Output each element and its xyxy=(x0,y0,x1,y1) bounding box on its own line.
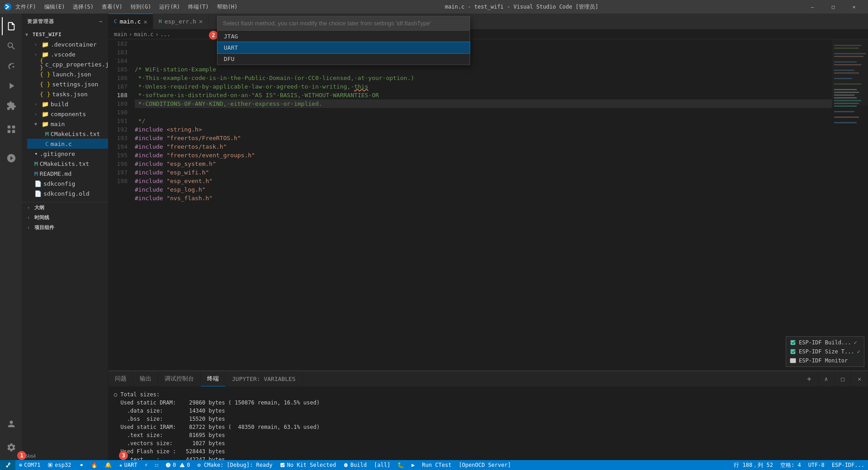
menu-goto[interactable]: 转到(G) xyxy=(127,2,155,12)
panel-tab-debug-console[interactable]: 调试控制台 xyxy=(158,371,201,386)
status-build[interactable]: Build xyxy=(340,460,370,470)
tree-item-build[interactable]: › 📁 build xyxy=(27,99,108,109)
activity-search[interactable] xyxy=(2,37,20,55)
item-label: README.md xyxy=(40,170,71,177)
activity-run[interactable] xyxy=(2,77,20,95)
file-tree: ▼ TEST_WIFI › 📁 .devcontainer › 📁 .vscod… xyxy=(22,29,108,460)
tree-item-devcontainer[interactable]: › 📁 .devcontainer xyxy=(27,39,108,49)
activity-account[interactable] xyxy=(2,415,20,433)
status-uart[interactable]: ★ UART xyxy=(115,462,141,468)
status-encoding[interactable]: UTF-8 xyxy=(805,460,828,470)
status-settings-icon[interactable] xyxy=(75,460,87,470)
menu-edit[interactable]: 编辑(E) xyxy=(41,2,69,12)
status-errors[interactable]: 0 0 xyxy=(162,460,193,470)
tree-item-gitignore[interactable]: • .gitignore xyxy=(27,149,108,159)
tree-item-readme[interactable]: M README.md xyxy=(27,169,108,179)
file-icon: 📄 xyxy=(34,190,42,197)
panel-chevron-up[interactable]: ∧ xyxy=(818,371,835,386)
sidebar-section-components[interactable]: › 项目组件 xyxy=(22,222,108,232)
flash-option-jtag[interactable]: JTAG xyxy=(217,31,470,42)
status-lightning[interactable]: ⚡ xyxy=(141,460,151,470)
status-flame[interactable]: 🔥 xyxy=(87,460,101,470)
status-port[interactable]: ⊕ COM71 xyxy=(15,462,44,468)
no-kit-label: No Kit Selected xyxy=(287,462,336,468)
status-all[interactable]: [all] xyxy=(370,460,394,470)
maximize-button[interactable]: □ xyxy=(823,0,844,14)
panel-maximize[interactable]: □ xyxy=(835,371,851,386)
status-openocd[interactable]: [OpenOCD Server] xyxy=(455,460,515,470)
menu-help[interactable]: 帮助(H) xyxy=(213,2,241,12)
tree-item-launch[interactable]: { } launch.json xyxy=(27,69,108,79)
status-esp-idf[interactable]: ESP-IDF... xyxy=(828,460,868,470)
sidebar-new-file[interactable]: ⋯ xyxy=(99,19,103,24)
tab-file-icon: C xyxy=(114,19,117,24)
tab-mainc[interactable]: C main.c ✕ xyxy=(108,14,153,29)
menu-select[interactable]: 选择(S) xyxy=(69,2,97,12)
tree-item-settings[interactable]: { } settings.json xyxy=(27,79,108,89)
tree-item-components[interactable]: › 📁 components xyxy=(27,109,108,119)
flash-method-input[interactable] xyxy=(217,16,470,31)
tree-item-main[interactable]: ▼ 📁 main xyxy=(27,119,108,129)
status-line-col[interactable]: 行 188，列 52 xyxy=(730,460,777,470)
star-icon: ★ xyxy=(119,462,122,468)
tree-item-cmakelists-main[interactable]: M CMakeLists.txt xyxy=(27,129,108,139)
activity-remote[interactable] xyxy=(2,149,20,167)
tree-item-cpp-props[interactable]: { } c_cpp_properties.json xyxy=(27,59,108,69)
item-label: main.c xyxy=(51,141,72,147)
status-debug-btn[interactable]: 🐛 xyxy=(394,460,408,470)
status-remote-icon[interactable] xyxy=(0,460,15,470)
activity-explorer[interactable] xyxy=(2,17,20,35)
flash-option-dfu[interactable]: DFU xyxy=(217,53,470,65)
activity-source-control[interactable] xyxy=(2,57,20,75)
terminal-content[interactable]: ○ Total sizes: Used static DRAM: 29860 b… xyxy=(108,387,868,460)
status-bell[interactable]: 🔔 xyxy=(101,460,115,470)
window-title: main.c - test_wifi - Visual Studio Code … xyxy=(241,3,802,11)
status-chip[interactable]: esp32 xyxy=(44,460,75,470)
panel-close-button[interactable]: ✕ xyxy=(851,371,868,386)
panel-tab-problems[interactable]: 问题 xyxy=(108,371,133,386)
breadcrumb-main[interactable]: main xyxy=(114,31,127,38)
svg-rect-26 xyxy=(832,39,868,106)
tab-close-mainc[interactable]: ✕ xyxy=(144,18,147,25)
annotation-1: 1 xyxy=(17,451,26,460)
status-cmake[interactable]: ⚙ CMake: [Debug]: Ready xyxy=(194,460,276,470)
sidebar-section-timeline[interactable]: › 时间线 xyxy=(22,212,108,222)
tree-item-sdkconfig-old[interactable]: 📄 sdkconfig.old xyxy=(27,188,108,198)
code-editor[interactable]: /* WiFi·station·Example *·This·example·c… xyxy=(131,39,868,371)
project-root[interactable]: ▼ TEST_WIFI xyxy=(22,29,108,39)
close-button[interactable]: ✕ xyxy=(844,0,864,14)
menu-run[interactable]: 运行(R) xyxy=(156,2,184,12)
panel-add-button[interactable]: + xyxy=(801,371,818,386)
panel-tab-output[interactable]: 输出 xyxy=(133,371,158,386)
breadcrumb-mainc[interactable]: main.c xyxy=(134,31,153,38)
breadcrumb-dots[interactable]: ... xyxy=(160,31,170,38)
status-play-btn[interactable]: ▶ xyxy=(408,460,418,470)
menu-file[interactable]: 文件(F) xyxy=(12,2,40,12)
panel-tab-jupyter[interactable]: JUPYTER: VARIABLES xyxy=(226,371,302,386)
activity-extensions[interactable] xyxy=(2,97,20,115)
esp-monitor-action[interactable]: ESP-IDF Monitor xyxy=(788,357,862,365)
tree-item-cmake-root[interactable]: M CMakeLists.txt xyxy=(27,159,108,169)
tree-item-tasks[interactable]: { } tasks.json xyxy=(27,89,108,99)
tree-item-mainc[interactable]: C main.c xyxy=(27,139,108,149)
status-no-kit[interactable]: No Kit Selected xyxy=(276,460,340,470)
panel-tab-terminal[interactable]: 终端 xyxy=(201,371,226,386)
esp-size-action[interactable]: ESP-IDF Size T... ✓ xyxy=(788,348,862,356)
terminal-line: Used static IRAM: 82722 bytes ( 48350 re… xyxy=(114,423,863,431)
esp-action-label: ESP-IDF Monitor xyxy=(799,357,848,364)
menu-view[interactable]: 查看(V) xyxy=(98,2,126,12)
tab-esp-err[interactable]: H esp_err.h ✕ xyxy=(153,14,209,29)
status-run-ctest[interactable]: Run CTest xyxy=(419,460,455,470)
terminal-line: Used static DRAM: 29860 bytes ( 150876 r… xyxy=(114,399,863,407)
activity-esp[interactable] xyxy=(2,120,20,138)
minimize-button[interactable]: — xyxy=(802,0,823,14)
flash-option-uart[interactable]: UART xyxy=(217,42,470,53)
tree-item-vscode[interactable]: › 📁 .vscode xyxy=(27,49,108,59)
esp-build-action[interactable]: ESP-IDF Build... ✓ xyxy=(788,338,862,347)
tab-close-esp-err[interactable]: ✕ xyxy=(199,18,203,25)
status-spaces[interactable]: 空格: 4 xyxy=(777,460,805,470)
menu-terminal[interactable]: 终端(T) xyxy=(184,2,212,12)
sidebar-section-outline[interactable]: › 大纲 xyxy=(22,202,108,212)
tree-item-sdkconfig[interactable]: 📄 sdkconfig xyxy=(27,179,108,188)
status-checkbox[interactable]: ☐ xyxy=(151,460,162,470)
